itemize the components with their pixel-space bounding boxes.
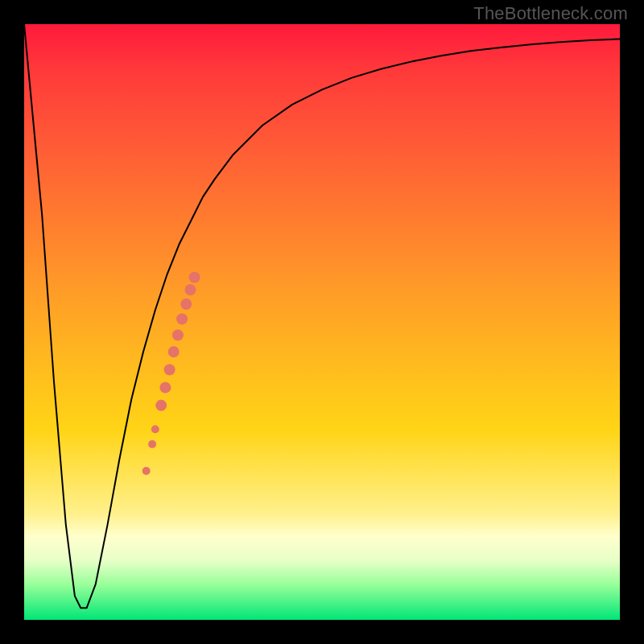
- highlight-point: [185, 284, 196, 295]
- highlight-point: [189, 272, 200, 283]
- highlight-point: [180, 299, 192, 310]
- curve-path: [24, 24, 620, 608]
- highlight-point: [155, 400, 167, 411]
- highlight-point: [142, 467, 151, 475]
- plot-area: [24, 24, 620, 620]
- highlight-point: [172, 329, 184, 341]
- plot-svg: [24, 24, 620, 620]
- watermark-text: TheBottleneck.com: [473, 3, 628, 24]
- highlight-point: [168, 346, 180, 357]
- highlighted-points: [142, 272, 200, 476]
- highlight-point: [151, 425, 159, 433]
- chart-frame: TheBottleneck.com: [0, 0, 644, 644]
- bottleneck-curve: [24, 24, 620, 608]
- highlight-point: [159, 382, 171, 393]
- highlight-point: [148, 440, 156, 448]
- highlight-point: [164, 364, 175, 375]
- highlight-point: [176, 313, 188, 324]
